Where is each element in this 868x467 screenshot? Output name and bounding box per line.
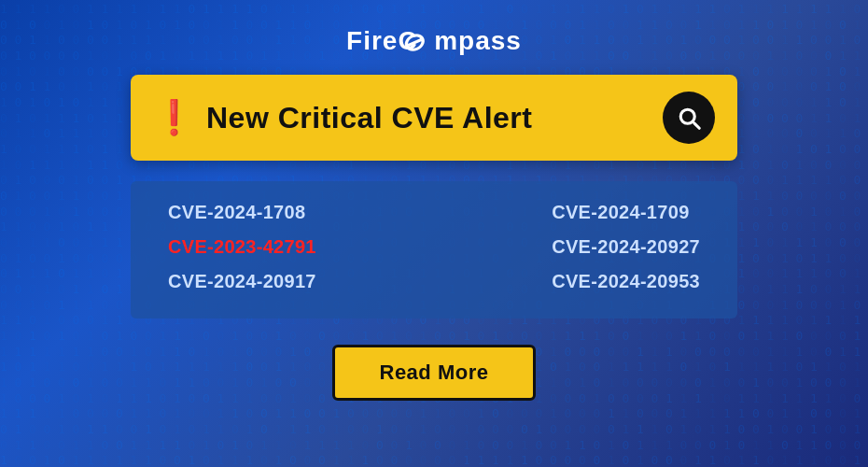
logo: FireC⊘ mpass <box>346 26 522 56</box>
cve-left-column: CVE-2024-1708 CVE-2023-42791 CVE-2024-20… <box>168 202 316 292</box>
list-item: CVE-2024-20927 <box>552 236 700 258</box>
list-item: CVE-2024-1708 <box>168 202 316 223</box>
cve-right-column: CVE-2024-1709 CVE-2024-20927 CVE-2024-20… <box>552 202 700 292</box>
list-item: CVE-2024-20917 <box>168 271 316 292</box>
list-item: CVE-2023-42791 <box>168 236 316 258</box>
alert-banner: ❗ New Critical CVE Alert <box>131 75 737 161</box>
alert-icon: ❗ <box>153 101 195 134</box>
alert-banner-left: ❗ New Critical CVE Alert <box>153 101 532 135</box>
list-item: CVE-2024-1709 <box>552 202 700 223</box>
read-more-button[interactable]: Read More <box>332 345 537 401</box>
search-icon <box>675 104 703 132</box>
list-item: CVE-2024-20953 <box>552 271 700 292</box>
search-circle[interactable] <box>663 92 715 144</box>
cve-container: CVE-2024-1708 CVE-2023-42791 CVE-2024-20… <box>131 181 737 318</box>
main-content: FireC⊘ mpass ❗ New Critical CVE Alert CV… <box>0 0 868 401</box>
alert-title: New Critical CVE Alert <box>206 101 532 135</box>
header: FireC⊘ mpass <box>346 26 522 56</box>
